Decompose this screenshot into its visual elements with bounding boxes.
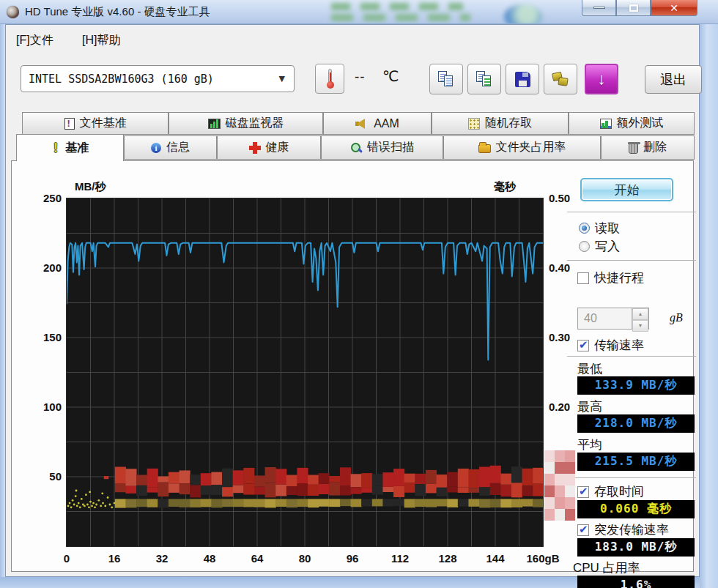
thermometer-icon (327, 69, 333, 89)
disk-monitor-icon (208, 119, 221, 129)
tab-label: 额外测试 (617, 116, 664, 131)
checkbox-checked-icon (577, 340, 589, 351)
axis-tick: 100 (26, 401, 62, 413)
tab-error-scan[interactable]: 错误扫描 (321, 135, 443, 160)
tab-label: 基准 (65, 141, 89, 156)
update-download-button[interactable]: ↓ (585, 64, 618, 94)
stepper-up-icon[interactable]: ▲ (632, 308, 648, 320)
temperature-value: -- (355, 69, 366, 85)
copy-text-icon (438, 71, 454, 87)
shortstroke-label: 快捷行程 (594, 269, 644, 286)
max-label: 最高 (577, 398, 602, 415)
maximize-button[interactable] (616, 0, 651, 16)
chevron-down-icon: ▼ (279, 74, 285, 83)
benchmark-page: MB/秒 毫秒 250200150100500.500.400.300.2001… (11, 160, 694, 572)
radio-read-label: 读取 (595, 220, 620, 237)
tab-info[interactable]: i 信息 (124, 135, 217, 160)
axis-tick: 144 (475, 552, 516, 565)
right-axis-title: 毫秒 (494, 180, 516, 194)
save-button[interactable] (506, 64, 539, 94)
tab-delete[interactable]: 删除 (601, 135, 695, 160)
tab-extra-tests[interactable]: 额外测试 (569, 112, 695, 135)
shortstroke-value: 40 (584, 312, 597, 325)
avg-label: 平均 (577, 436, 602, 453)
divider (567, 356, 696, 357)
screenshot-icon (552, 71, 569, 87)
desktop-glass-blob (331, 3, 463, 10)
cpu-usage-display: 1.6% (577, 576, 695, 588)
axis-tick: 250 (26, 192, 62, 204)
desktop-glass-blob (331, 14, 470, 21)
maximize-icon (629, 4, 638, 12)
trash-icon (629, 144, 638, 154)
tab-label: 文件夹占用率 (496, 140, 566, 155)
left-axis-title: MB/秒 (75, 180, 106, 194)
arrow-down-icon: ↓ (598, 70, 606, 89)
radio-read-icon (579, 223, 590, 234)
access-time-checkbox[interactable]: 存取时间 (577, 483, 644, 500)
min-value-display: 133.9 MB/秒 (577, 376, 695, 395)
random-access-icon (468, 118, 480, 130)
minimize-button[interactable] (582, 0, 616, 16)
axis-tick: 80 (284, 552, 325, 565)
axis-tick: 0.50 (549, 192, 584, 204)
title-bar[interactable]: HD Tune 专业版 v4.60 - 硬盘专业工具 ✕ (0, 0, 718, 24)
axis-tick: 200 (26, 261, 62, 274)
benchmark-plot (66, 198, 544, 547)
censor-overflow-mosaic (544, 450, 575, 521)
axis-tick: 150 (26, 331, 62, 343)
save-screenshot-button[interactable] (544, 64, 577, 94)
tab-label: 文件基准 (80, 116, 127, 131)
tab-label: 删除 (643, 140, 667, 155)
tab-health[interactable]: 健康 (217, 135, 321, 160)
radio-read[interactable]: 读取 (579, 220, 620, 237)
tab-label: 信息 (166, 140, 190, 155)
temperature-button[interactable] (315, 64, 344, 94)
exit-button[interactable]: 退出 (645, 65, 702, 94)
tab-random-access[interactable]: 随机存取 (432, 112, 569, 135)
close-button[interactable]: ✕ (651, 0, 697, 16)
tab-benchmark[interactable]: ! 基准 (16, 134, 124, 161)
tab-aam[interactable]: AAM (323, 112, 432, 135)
tab-label: 健康 (266, 140, 289, 155)
tab-label: 错误扫描 (367, 140, 414, 155)
transfer-rate-label: 传输速率 (594, 337, 644, 354)
tab-label: AAM (374, 117, 399, 130)
tab-folder-usage[interactable]: 文件夹占用率 (443, 135, 601, 160)
copy-text-button[interactable] (429, 64, 463, 94)
axis-tick: 160gB (522, 552, 563, 565)
speaker-icon (355, 119, 369, 129)
temperature-unit: ℃ (382, 67, 399, 85)
app-window: HD Tune 专业版 v4.60 - 硬盘专业工具 ✕ [F]文件 [H]帮助… (0, 0, 718, 588)
menu-file[interactable]: [F]文件 (16, 33, 53, 48)
tab-label: 随机存取 (485, 116, 532, 131)
tab-file-benchmark[interactable]: 文件基准 (22, 112, 169, 135)
access-time-label: 存取时间 (594, 483, 644, 500)
axis-tick: 128 (427, 552, 468, 565)
axis-tick: 112 (380, 552, 421, 565)
menu-bar: [F]文件 [H]帮助 (6, 31, 699, 53)
shortstroke-stepper[interactable]: ▲ ▼ (632, 308, 648, 329)
burst-rate-checkbox[interactable]: 突发传输速率 (577, 521, 669, 538)
radio-write[interactable]: 写入 (579, 238, 620, 255)
window-frame-right (700, 24, 718, 588)
extra-tests-icon (600, 119, 612, 129)
copy-screenshot-button[interactable] (467, 64, 501, 94)
tab-disk-monitor[interactable]: 磁盘监视器 (169, 112, 323, 135)
shortstroke-unit: gB (670, 311, 683, 324)
health-cross-icon (249, 142, 261, 154)
shortstroke-checkbox[interactable]: 快捷行程 (577, 269, 644, 286)
menu-help[interactable]: [H]帮助 (82, 33, 120, 48)
axis-tick: 64 (237, 552, 278, 565)
stepper-down-icon[interactable]: ▼ (632, 320, 648, 332)
axis-tick: 32 (141, 552, 182, 565)
min-label: 最低 (577, 360, 602, 377)
info-icon: i (151, 143, 161, 153)
transfer-rate-checkbox[interactable]: 传输速率 (577, 337, 644, 354)
avg-value-display: 215.5 MB/秒 (577, 453, 695, 471)
minimize-icon (593, 7, 605, 9)
drive-select[interactable]: INTEL SSDSA2BW160G3 (160 gB) ▼ (21, 65, 295, 92)
divider (567, 477, 696, 478)
start-button[interactable]: 开始 (580, 178, 673, 201)
hdtune-app-icon (7, 6, 19, 18)
